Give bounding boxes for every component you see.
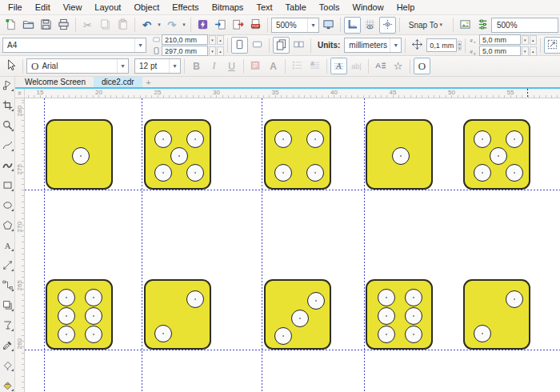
chevron-down-icon[interactable]: ▾ <box>117 59 128 73</box>
all-pages-button[interactable] <box>273 37 290 54</box>
bulleted-list-button[interactable] <box>289 58 306 74</box>
drop-cap-button[interactable]: A <box>306 58 323 74</box>
tab-dice2-cdr[interactable]: dice2.cdr <box>94 77 142 87</box>
publish-pdf-button[interactable]: PDF <box>247 17 264 34</box>
rectangle-tool-button[interactable] <box>1 178 14 192</box>
underline-button[interactable]: U <box>223 58 240 74</box>
page-width-decrement[interactable]: ▾ <box>209 35 216 45</box>
tab-welcome-screen[interactable]: Welcome Screen <box>17 77 94 87</box>
redo-button[interactable]: ↷ <box>163 17 180 34</box>
duplicate-distance-y-field[interactable]: 5,0 mm <box>479 46 521 56</box>
duplicate-y-decrement[interactable]: ▾ <box>522 46 529 56</box>
page-height-increment[interactable]: ▴ <box>217 46 224 56</box>
snap-to-button[interactable]: Snap To ▾ <box>403 17 450 34</box>
zoom-tool-button[interactable] <box>1 118 14 132</box>
drawing-canvas[interactable] <box>25 98 560 392</box>
menu-help[interactable]: Help <box>390 0 422 15</box>
menu-effects[interactable]: Effects <box>166 0 205 15</box>
bold-button[interactable]: B <box>188 58 205 74</box>
transparency-tool-button[interactable] <box>1 318 14 332</box>
text-frame-button[interactable] <box>247 58 264 74</box>
chevron-down-icon[interactable]: ▾ <box>307 18 318 32</box>
guideline-vertical[interactable] <box>44 98 45 392</box>
guideline-vertical[interactable] <box>262 98 262 392</box>
undo-button[interactable]: ↶ <box>138 17 155 34</box>
print-button[interactable] <box>55 17 72 34</box>
die-6[interactable] <box>46 279 113 350</box>
welcome-screen-button[interactable] <box>457 17 474 34</box>
character-formatting-button[interactable]: A <box>265 58 282 74</box>
export-button[interactable] <box>230 17 246 34</box>
horizontal-ruler[interactable]: 152025303540455055 <box>25 89 560 98</box>
shape-tool-button[interactable] <box>1 78 14 92</box>
show-guidelines-button[interactable] <box>379 17 396 34</box>
dimension-tool-button[interactable] <box>1 258 14 272</box>
duplicate-distance-x-field[interactable]: 5,0 mm <box>479 34 521 45</box>
die-3[interactable] <box>264 279 331 350</box>
menu-object[interactable]: Object <box>127 0 166 15</box>
chevron-down-icon[interactable]: ▾ <box>169 59 180 73</box>
redo-dropdown[interactable]: ▾ <box>181 22 187 28</box>
connector-tool-button[interactable] <box>1 278 14 292</box>
pick-tool-button[interactable] <box>2 58 19 74</box>
show-grid-button[interactable] <box>362 17 378 34</box>
import-button[interactable] <box>212 17 229 34</box>
freehand-tool-button[interactable] <box>1 138 14 152</box>
crop-tool-button[interactable] <box>1 98 14 112</box>
vertical-ruler[interactable]: 280275270265260 <box>15 98 25 392</box>
duplicate-x-increment[interactable]: ▴ <box>530 35 537 45</box>
page-width-field[interactable]: 210,0 mm <box>162 34 208 45</box>
menu-layout[interactable]: Layout <box>88 0 127 15</box>
undo-dropdown[interactable]: ▾ <box>156 22 162 28</box>
page-height-decrement[interactable]: ▾ <box>209 46 216 56</box>
favorites-button[interactable]: ☆ <box>390 58 406 74</box>
menu-text[interactable]: Text <box>250 0 278 15</box>
page-width-increment[interactable]: ▴ <box>217 35 224 45</box>
guideline-vertical[interactable] <box>364 98 365 392</box>
new-tab-button[interactable]: + <box>142 77 155 87</box>
edit-text-button[interactable]: ab| <box>348 58 365 74</box>
die-2[interactable] <box>463 279 530 350</box>
drop-shadow-tool-button[interactable] <box>1 298 14 312</box>
text-properties-button[interactable]: A <box>372 58 389 74</box>
die-5[interactable] <box>144 119 211 190</box>
new-document-button[interactable] <box>2 17 19 34</box>
ellipse-tool-button[interactable] <box>1 198 14 212</box>
guideline-vertical[interactable] <box>142 98 142 392</box>
artistic-media-tool-button[interactable] <box>1 158 14 172</box>
cut-button[interactable]: ✂ <box>79 17 96 34</box>
menu-view[interactable]: View <box>57 0 89 15</box>
menu-file[interactable]: File <box>2 0 29 15</box>
interactive-fill-tool-button[interactable] <box>1 358 14 372</box>
current-page-button[interactable] <box>290 37 307 54</box>
duplicate-x-decrement[interactable]: ▾ <box>522 35 529 45</box>
die-6[interactable] <box>366 279 433 350</box>
nudge-spinner[interactable]: ▴▾ <box>458 41 462 50</box>
portrait-button[interactable] <box>231 37 248 54</box>
guideline-horizontal[interactable] <box>25 350 560 350</box>
menu-window[interactable]: Window <box>346 0 390 15</box>
units-combo[interactable]: millimeters ▾ <box>344 38 402 53</box>
menu-bitmaps[interactable]: Bitmaps <box>206 0 250 15</box>
save-button[interactable] <box>38 17 54 34</box>
menu-tools[interactable]: Tools <box>313 0 346 15</box>
page-height-field[interactable]: 297,0 mm <box>162 46 208 56</box>
zoom-level-combo[interactable]: 500% ▾ <box>271 18 319 33</box>
zoom-levels-field[interactable]: 500% <box>491 18 558 33</box>
menu-table[interactable]: Table <box>279 0 313 15</box>
character-alignment-button[interactable]: A <box>330 58 347 74</box>
die-4[interactable] <box>264 119 331 190</box>
full-screen-preview-button[interactable] <box>320 17 337 34</box>
show-rulers-button[interactable] <box>344 17 361 34</box>
die-5[interactable] <box>463 119 530 190</box>
chevron-down-icon[interactable]: ▾ <box>134 38 146 52</box>
polygon-tool-button[interactable] <box>1 218 14 232</box>
smart-fill-tool-button[interactable] <box>1 378 14 392</box>
font-size-combo[interactable]: 12 pt ▾ <box>134 58 181 74</box>
die-1[interactable] <box>46 119 113 190</box>
options-button[interactable] <box>474 17 491 34</box>
copy-button[interactable] <box>97 17 114 34</box>
application-launcher-button[interactable] <box>194 17 211 34</box>
landscape-button[interactable] <box>249 37 266 54</box>
nudge-distance-field[interactable]: 0,1 mm <box>426 38 457 52</box>
